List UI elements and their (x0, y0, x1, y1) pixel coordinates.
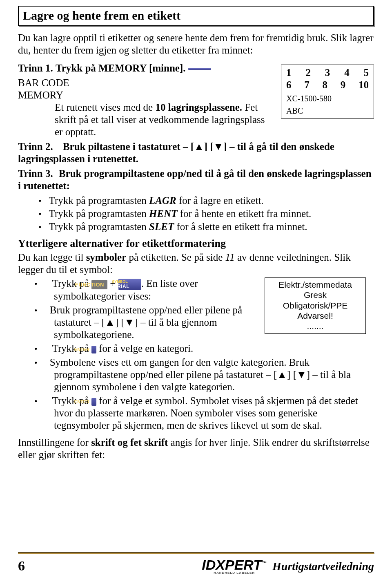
guide-title: Hurtigstartveiledning (272, 559, 374, 573)
text: Et rutenett vises med de (55, 102, 155, 113)
step-3-text: Bruk programpiltastene opp/ned til å gå … (18, 168, 372, 191)
page-number: 6 (18, 558, 25, 575)
text: for å velge et symbol. Symbolet vises på… (54, 395, 358, 431)
grid-cell: 1 (286, 67, 292, 79)
softkey-name: HENT (149, 208, 177, 219)
bullet-lagr: Trykk på programtasten LAGR for å lagre … (38, 195, 374, 207)
grid-cell: 9 (341, 79, 346, 91)
grid-cell: 4 (344, 67, 350, 79)
function-key-icon: FUNCTION (91, 280, 107, 290)
footer-row: 6 IDXPERT™ HANDHELD LABELER Hurtigstartv… (18, 558, 374, 575)
grid-cell: 2 (305, 67, 311, 79)
step-3-bullets: Trykk på programtasten LAGR for å lagre … (38, 195, 374, 233)
grid-meta-2: ABC (286, 106, 369, 116)
grid-cell: 5 (364, 67, 369, 79)
brand-tagline: HANDHELD LABELER (214, 571, 255, 575)
text: Trykk på programtasten (49, 221, 149, 232)
text: for å velge en kategori. (96, 343, 193, 354)
step-1-lead: Trykk på MEMORY [minne]. (56, 63, 186, 74)
bullet-enter-category: Trykk på ENTER for å velge en kategori. (34, 342, 374, 355)
bullet-slet: Trykk på programtasten SLET for å slette… (38, 221, 374, 233)
step-2: Trinn 2. Bruk piltastene i tastaturet – … (18, 141, 374, 165)
symbox-line: Gresk (270, 290, 361, 300)
step-3: Trinn 3. Bruk programpiltastene opp/ned … (18, 168, 374, 192)
section-title-box: Lagre og hente frem en etikett (18, 6, 374, 26)
symbox-line: Elektr./stemmedata (270, 280, 361, 290)
trademark-icon: ™ (262, 560, 267, 566)
bullet-browse-symbols: Symbolene vises ett om gangen for den va… (34, 356, 374, 393)
page-footer: 6 IDXPERT™ HANDHELD LABELER Hurtigstartv… (18, 552, 374, 575)
brand-logo: IDXPERT™ HANDHELD LABELER (202, 558, 267, 575)
grid-row-2: 6 7 8 9 10 (286, 79, 369, 91)
symbols-intro: Du kan legge til symboler på etiketten. … (18, 251, 374, 276)
grid-cell: 6 (286, 79, 292, 91)
grid-row-1: 1 2 3 4 5 (286, 67, 369, 79)
bullet-enter-symbol: Trykk på ENTER for å velge et symbol. Sy… (34, 395, 374, 432)
step-3-label: Trinn 3. (18, 168, 53, 179)
brand-name: IDXPERT (202, 557, 262, 573)
page-ref: 11 (225, 252, 235, 263)
softkey-name: SLET (149, 221, 174, 232)
symbox-line: Obligatorisk/PPE (270, 300, 361, 311)
symbox-line: Advarsel! (270, 311, 361, 321)
enter-key-icon: ENTER (91, 346, 96, 353)
text: Innstillingene for (18, 437, 91, 448)
text: for å hente en etikett fra minnet. (178, 208, 312, 219)
text: Trykk på programtasten (49, 195, 149, 206)
icon-line2: SERIAL (120, 284, 139, 289)
step-2-text: Bruk piltastene i tastaturet – [▲] [▼] –… (18, 141, 334, 164)
text: Trykk på programtasten (49, 208, 149, 219)
brand-wrap: IDXPERT™ HANDHELD LABELER Hurtigstartvei… (202, 558, 374, 575)
symbox-line: ....... (270, 321, 361, 331)
grid-cell: 7 (304, 79, 310, 91)
symbol-category-box: Elektr./stemmedata Gresk Obligatorisk/PP… (265, 277, 366, 334)
memory-key-icon (188, 68, 211, 70)
intro-paragraph: Du kan lagre opptil ti etiketter og sene… (18, 32, 374, 56)
text-bold: skrift og fet skrift (91, 437, 168, 448)
text-bold: symboler (86, 252, 127, 263)
grid-cell: 10 (359, 79, 369, 91)
enter-key-icon: ENTER (91, 398, 96, 406)
step-1-label: Trinn 1. (18, 63, 53, 74)
text-bold: 10 lagringsplassene. (155, 102, 242, 113)
grid-cell: 3 (325, 67, 330, 79)
bullet-hent: Trykk på programtasten HENT for å hente … (38, 208, 374, 220)
step-2-label: Trinn 2. (18, 141, 53, 152)
softkey-name: LAGR (149, 195, 176, 206)
text: for å slette en etikett fra minnet. (174, 221, 307, 232)
subheading: Ytterligere alternativer for etikettform… (18, 237, 374, 250)
memory-grid-box: 1 2 3 4 5 6 7 8 9 10 XC-1500-580 ABC (281, 65, 374, 119)
text: Du kan legge til (18, 252, 86, 263)
serial-key-icon: SYMBOLSERIAL (118, 279, 141, 290)
grid-cell: 8 (323, 79, 328, 91)
footer-rule (18, 552, 374, 554)
closing-paragraph: Innstillingene for skrift og fet skrift … (18, 436, 374, 461)
section-title: Lagre og hente frem en etikett (23, 8, 369, 23)
text: på etiketten. Se på side (126, 252, 225, 263)
grid-meta-1: XC-1500-580 (286, 94, 369, 103)
text: for å lagre en etikett. (176, 195, 264, 206)
